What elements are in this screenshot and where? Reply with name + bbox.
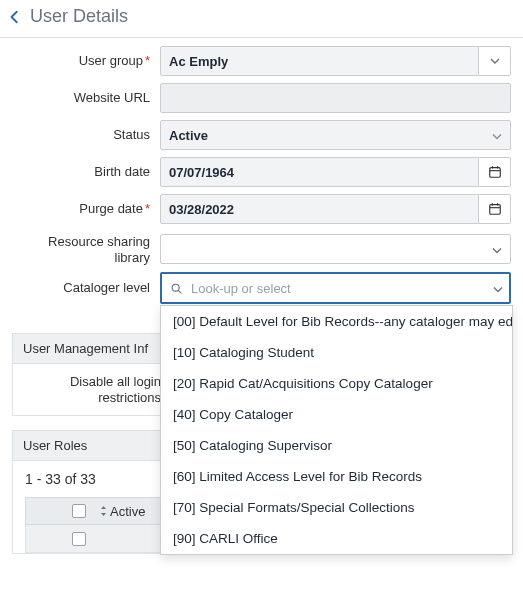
svg-rect-4 <box>489 205 500 215</box>
sort-icon <box>100 506 107 516</box>
row-checkbox[interactable] <box>72 532 86 546</box>
caret-down-icon <box>493 281 503 296</box>
column-header-active[interactable]: Active <box>100 504 145 519</box>
caret-down-icon <box>492 128 502 143</box>
svg-line-9 <box>178 290 181 293</box>
status-select[interactable]: Active <box>160 120 511 150</box>
resource-sharing-select[interactable] <box>160 234 511 264</box>
purge-date-picker-button[interactable] <box>479 194 511 224</box>
website-url-label: Website URL <box>12 90 160 106</box>
caret-down-icon <box>492 242 502 257</box>
birth-date-input[interactable]: 07/07/1964 <box>160 157 479 187</box>
website-url-input[interactable] <box>160 83 511 113</box>
cataloger-level-label: Cataloger level <box>12 280 160 296</box>
cataloger-level-option[interactable]: [50] Cataloging Supervisor <box>161 430 512 461</box>
back-chevron-icon[interactable] <box>8 10 22 24</box>
user-group-label: User group* <box>12 53 160 69</box>
cataloger-level-option[interactable]: [60] Limited Access Level for Bib Record… <box>161 461 512 492</box>
cataloger-level-option[interactable]: [00] Default Level for Bib Records--any … <box>161 306 512 337</box>
user-details-form: User group* Ac Emply Website URL Status … <box>0 38 523 323</box>
user-group-caret-button[interactable] <box>479 46 511 76</box>
cataloger-level-option[interactable]: [70] Special Formats/Special Collections <box>161 492 512 523</box>
page-title: User Details <box>30 6 128 27</box>
search-icon <box>170 282 183 295</box>
calendar-icon <box>488 165 502 179</box>
cataloger-level-lookup[interactable] <box>160 272 511 304</box>
status-label: Status <box>12 127 160 143</box>
svg-point-8 <box>172 284 179 291</box>
cataloger-level-dropdown: [00] Default Level for Bib Records--any … <box>160 305 513 555</box>
cataloger-level-option[interactable]: [20] Rapid Cat/Acquisitions Copy Catalog… <box>161 368 512 399</box>
caret-down-icon <box>490 58 500 64</box>
birth-date-picker-button[interactable] <box>479 157 511 187</box>
resource-sharing-label: Resource sharing library <box>12 234 160 265</box>
cataloger-level-input[interactable] <box>189 280 485 297</box>
birth-date-label: Birth date <box>12 164 160 180</box>
svg-rect-0 <box>489 168 500 178</box>
user-group-select[interactable]: Ac Emply <box>160 46 479 76</box>
calendar-icon <box>488 202 502 216</box>
cataloger-level-option[interactable]: [40] Copy Cataloger <box>161 399 512 430</box>
purge-date-label: Purge date* <box>12 201 160 217</box>
cataloger-level-option[interactable]: [10] Cataloging Student <box>161 337 512 368</box>
cataloger-level-option[interactable]: [90] CARLI Office <box>161 523 512 554</box>
purge-date-input[interactable]: 03/28/2022 <box>160 194 479 224</box>
select-all-checkbox[interactable] <box>72 504 86 518</box>
disable-all-login-label: Disable all login restrictions <box>25 374 161 405</box>
